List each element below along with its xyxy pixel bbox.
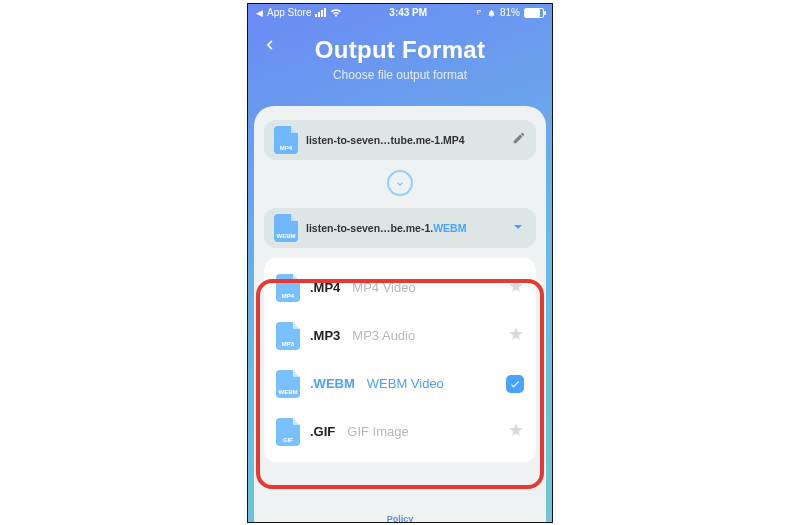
- battery-percent: 81%: [500, 7, 520, 18]
- format-extension: .GIF: [310, 424, 335, 439]
- format-list: MP4.MP4MP4 VideoMP3.MP3MP3 AudioWEBM.WEB…: [264, 258, 536, 462]
- target-file-row[interactable]: WEBM listen-to-seven…be.me-1.WEBM: [264, 208, 536, 248]
- wifi-icon: [330, 8, 342, 17]
- battery-icon: [524, 8, 544, 18]
- format-option[interactable]: WEBM.WEBMWEBM Video: [264, 360, 536, 408]
- back-button[interactable]: [256, 32, 282, 58]
- phone-frame: ◀ App Store 3:43 PM 81% Output Format Ch…: [247, 3, 553, 523]
- star-icon[interactable]: [508, 326, 524, 346]
- cell-signal-icon: [315, 8, 326, 17]
- target-filename: listen-to-seven…be.me-1.WEBM: [306, 222, 502, 234]
- file-icon: MP4: [276, 274, 300, 302]
- edit-icon[interactable]: [512, 131, 526, 149]
- content-card: MP4 listen-to-seven…tube.me-1.MP4 WEBM l…: [254, 106, 546, 523]
- star-icon[interactable]: [508, 422, 524, 442]
- star-icon[interactable]: [508, 278, 524, 298]
- page-subtitle: Choose file output format: [248, 68, 552, 82]
- alarm-icon: [487, 8, 496, 18]
- file-icon: WEBM: [274, 214, 298, 242]
- file-icon: GIF: [276, 418, 300, 446]
- file-icon: MP3: [276, 322, 300, 350]
- portrait-lock-icon: [474, 8, 483, 18]
- format-extension: .MP4: [310, 280, 340, 295]
- back-to-app-label[interactable]: App Store: [267, 7, 311, 18]
- format-description: MP3 Audio: [352, 328, 415, 343]
- clock: 3:43 PM: [342, 7, 474, 18]
- check-icon: [506, 375, 524, 393]
- arrow-down-icon: [387, 170, 413, 196]
- file-icon: WEBM: [276, 370, 300, 398]
- format-description: GIF Image: [347, 424, 408, 439]
- format-option[interactable]: MP4.MP4MP4 Video: [264, 264, 536, 312]
- chevron-left-icon: [262, 35, 276, 55]
- source-file-row[interactable]: MP4 listen-to-seven…tube.me-1.MP4: [264, 120, 536, 160]
- policy-link[interactable]: Policy: [254, 514, 546, 523]
- source-filename: listen-to-seven…tube.me-1.MP4: [306, 134, 504, 146]
- chevron-down-icon[interactable]: [510, 219, 526, 237]
- format-option[interactable]: MP3.MP3MP3 Audio: [264, 312, 536, 360]
- format-description: MP4 Video: [352, 280, 415, 295]
- format-extension: .MP3: [310, 328, 340, 343]
- format-description: WEBM Video: [367, 376, 444, 391]
- page-title: Output Format: [248, 36, 552, 64]
- format-extension: .WEBM: [310, 376, 355, 391]
- back-to-app-icon[interactable]: ◀: [256, 8, 263, 18]
- header: Output Format Choose file output format: [248, 22, 552, 92]
- format-option[interactable]: GIF.GIFGIF Image: [264, 408, 536, 456]
- status-bar: ◀ App Store 3:43 PM 81%: [248, 4, 552, 22]
- file-icon: MP4: [274, 126, 298, 154]
